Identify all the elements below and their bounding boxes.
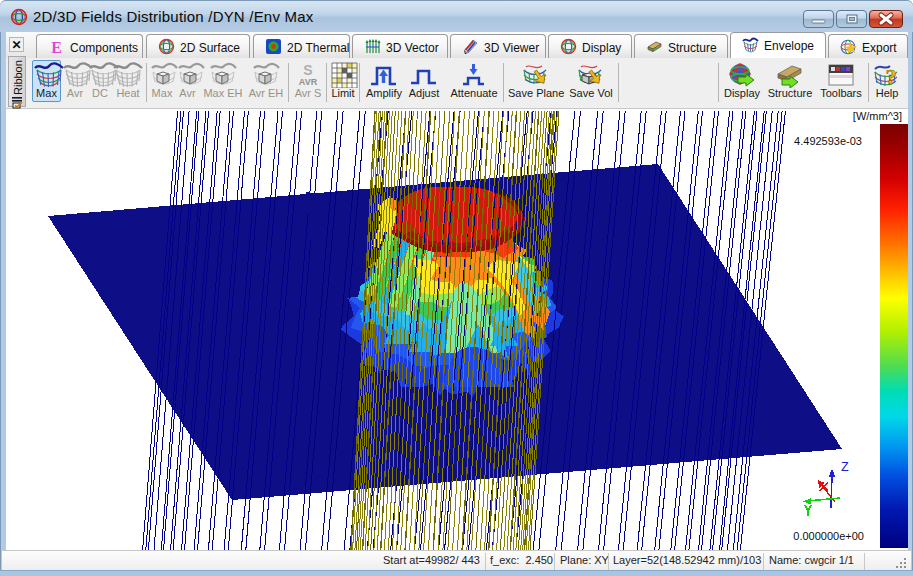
svg-text:E: E — [51, 39, 62, 56]
svg-text:4.492593e-03: 4.492593e-03 — [794, 135, 862, 147]
svg-text:Z: Z — [841, 460, 849, 475]
svg-text:[W/mm^3]: [W/mm^3] — [853, 110, 902, 122]
svg-text:S: S — [303, 62, 312, 78]
svg-text:?: ? — [886, 64, 897, 88]
svg-text:AVR: AVR — [299, 77, 318, 87]
svg-text:0.000000e+00: 0.000000e+00 — [793, 530, 864, 542]
